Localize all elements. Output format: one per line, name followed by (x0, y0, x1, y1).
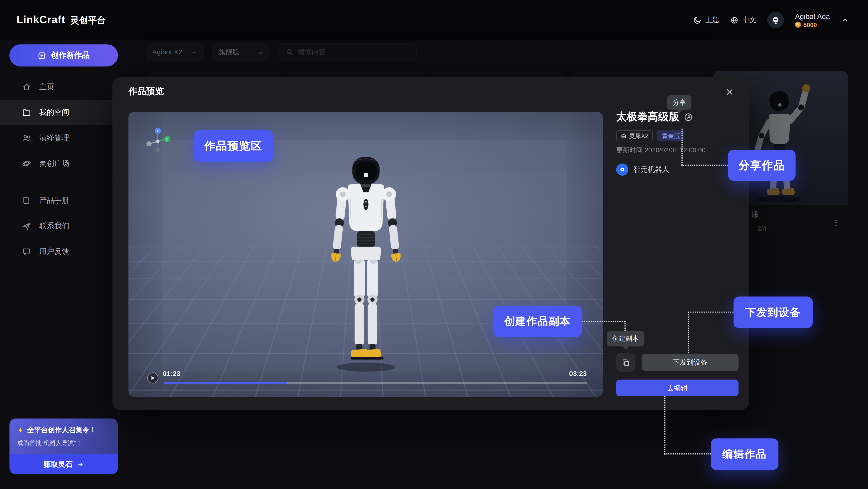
svg-text:z: z (157, 129, 159, 133)
sidebar-item-product-manual[interactable]: 产品手册 (0, 188, 127, 213)
globe-icon (730, 16, 738, 24)
create-icon (38, 51, 46, 60)
create-copy-button[interactable] (616, 353, 635, 372)
header-actions: 主题 中文 Agibot Ada 5000 (693, 0, 849, 40)
progress-bar[interactable] (164, 382, 587, 384)
user-name: Agibot Ada (795, 12, 830, 20)
work-preview-modal: 作品预览 z x (112, 77, 749, 410)
author-row: 智元机器人 (616, 164, 669, 176)
svg-text:x: x (166, 137, 168, 141)
sidebar: 创作新作品 主页 我的空间 演绎管理 灵创广场 产品手册 (0, 40, 127, 489)
promo-title: 全平台创作人召集令！ (17, 426, 110, 435)
planet-icon (22, 159, 31, 168)
sidebar-item-contact-us[interactable]: 联系我们 (0, 213, 127, 239)
sidebar-item-my-space[interactable]: 我的空间 (0, 100, 127, 125)
sidebar-item-creation-plaza[interactable]: 灵创广场 (0, 151, 127, 176)
paper-plane-icon (22, 222, 31, 231)
sidebar-item-home[interactable]: 主页 (0, 74, 127, 100)
copy-icon (621, 358, 630, 367)
connector-line (624, 321, 626, 331)
total-time: 03:23 (569, 370, 587, 377)
annotation-edit-work: 编辑作品 (711, 438, 778, 470)
deploy-to-device-button[interactable]: 下发到设备 (642, 354, 738, 371)
annotation-create-copy: 创建作品副本 (493, 306, 582, 337)
user-avatar[interactable] (767, 11, 784, 28)
chat-icon (22, 247, 31, 256)
theme-toggle[interactable]: 主题 (693, 15, 719, 25)
connector-line (681, 165, 728, 166)
earn-gems-button[interactable]: 赚取灵石 (9, 454, 118, 474)
author-avatar (616, 164, 628, 176)
promo-body: 全平台创作人召集令！ 成为首批“机器人导演”！ (9, 419, 118, 454)
model-tag: 灵犀X2 (616, 130, 653, 141)
language-label: 中文 (742, 15, 756, 25)
share-icon[interactable] (684, 112, 693, 121)
connector-line (664, 453, 711, 455)
coin-balance: 5000 (795, 22, 830, 28)
lightning-icon (17, 427, 24, 434)
coin-icon (795, 22, 801, 28)
avatar-robot-icon (771, 15, 781, 25)
progress-fill (164, 382, 286, 384)
work-title-row: 太极拳高级版 (616, 110, 693, 124)
connector-line (681, 128, 683, 165)
author-name: 智元机器人 (633, 165, 669, 175)
version-tag: 青春版 (657, 130, 685, 141)
app-root: LinkCraft 灵创平台 主题 中文 Agibot Ada 5000 (0, 0, 868, 489)
sidebar-item-user-feedback[interactable]: 用户反馈 (0, 239, 127, 264)
play-icon (151, 376, 155, 380)
sidebar-item-performance-management[interactable]: 演绎管理 (0, 125, 127, 151)
language-switcher[interactable]: 中文 (730, 15, 756, 25)
orientation-gizmo[interactable]: z x (144, 126, 172, 154)
updated-time: 更新时间 2020/02/02 12:00:00 (616, 146, 706, 155)
connector-line (582, 321, 625, 322)
sidebar-nav: 主页 我的空间 演绎管理 灵创广场 产品手册 联系我们 (0, 74, 127, 264)
robot-3d-model (306, 153, 425, 375)
logo-text-cn: 灵创平台 (70, 15, 106, 26)
top-header: LinkCraft 灵创平台 主题 中文 Agibot Ada 5000 (0, 0, 868, 40)
users-icon (22, 134, 31, 143)
folder-icon (22, 108, 31, 117)
sidebar-divider (11, 182, 116, 182)
theme-label: 主题 (705, 15, 719, 25)
modal-title: 作品预览 (128, 86, 164, 97)
moon-icon (693, 16, 702, 24)
promo-subtitle: 成为首批“机器人导演”！ (17, 439, 110, 447)
annotation-share-work: 分享作品 (728, 150, 795, 181)
go-edit-button[interactable]: 去编辑 (616, 380, 739, 396)
user-meta: Agibot Ada 5000 (795, 12, 830, 28)
chevron-up-icon[interactable] (841, 16, 849, 24)
share-tooltip: 分享 (667, 95, 691, 110)
connector-line (664, 396, 665, 454)
arrow-right-icon (76, 460, 84, 468)
play-button[interactable] (147, 372, 158, 384)
promo-card: 全平台创作人召集令！ 成为首批“机器人导演”！ 赚取灵石 (9, 419, 118, 474)
robot-chip-icon (621, 133, 627, 139)
work-title: 太极拳高级版 (616, 110, 679, 124)
author-robot-icon (619, 166, 626, 173)
work-tags: 灵犀X2 青春版 (616, 130, 685, 141)
current-time: 01:23 (163, 370, 180, 377)
create-new-work-button[interactable]: 创作新作品 (9, 44, 118, 66)
annotation-deploy-device: 下发到设备 (734, 296, 813, 328)
book-icon (22, 196, 31, 205)
annotation-preview-area: 作品预览区 (194, 130, 273, 162)
home-icon (22, 83, 31, 91)
connector-line (688, 312, 733, 313)
app-logo: LinkCraft 灵创平台 (17, 14, 106, 26)
work-detail-panel: 太极拳高级版 灵犀X2 青春版 更新时间 2020/02/02 12:00:00… (616, 77, 739, 410)
connector-line (688, 312, 689, 353)
logo-text-en: LinkCraft (17, 14, 65, 26)
create-copy-tooltip: 创建副本 (607, 331, 644, 346)
